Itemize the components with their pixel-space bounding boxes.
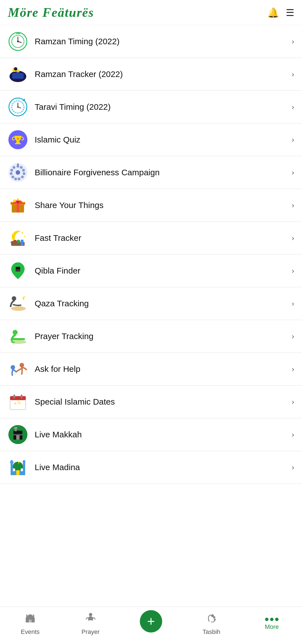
fast-tracker-label: Fast Tracker	[35, 233, 292, 243]
ramzan-timing-arrow: ›	[292, 37, 294, 46]
svg-point-88	[27, 614, 33, 619]
svg-point-12	[20, 68, 21, 69]
menu-item-share-your-things[interactable]: Share Your Things ›	[0, 189, 302, 222]
svg-rect-67	[10, 396, 26, 400]
svg-point-11	[14, 67, 17, 71]
special-islamic-dates-arrow: ›	[292, 398, 294, 406]
svg-rect-7	[12, 73, 23, 79]
billionaire-forgiveness-label: Billionaire Forgiveness Campaign	[35, 168, 292, 177]
svg-point-20	[17, 106, 19, 108]
svg-point-35	[10, 172, 13, 175]
menu-list: Ramzan Timing (2022) › Ramzan Tracker (2…	[0, 25, 302, 606]
svg-point-4	[17, 41, 19, 42]
svg-rect-69	[21, 395, 22, 398]
prayer-label: Prayer	[82, 628, 100, 636]
svg-point-14	[19, 67, 20, 68]
add-button[interactable]: +	[140, 610, 162, 633]
live-makkah-arrow: ›	[292, 430, 294, 439]
events-icon	[25, 612, 36, 626]
menu-item-fast-tracker[interactable]: Fast Tracker ›	[0, 222, 302, 255]
menu-item-ask-for-help[interactable]: Ask for Help ›	[0, 353, 302, 386]
islamic-quiz-arrow: ›	[292, 136, 294, 144]
svg-point-51	[24, 236, 25, 237]
islamic-quiz-icon	[8, 130, 28, 150]
ask-for-help-label: Ask for Help	[35, 364, 292, 374]
svg-rect-74	[16, 435, 20, 440]
svg-point-29	[22, 169, 25, 172]
taravi-timing-icon	[8, 97, 28, 117]
header: Möre Feäturës 🔔 ☰	[0, 0, 302, 25]
svg-rect-58	[15, 270, 21, 270]
more-label: More	[265, 623, 279, 631]
svg-rect-82	[23, 462, 25, 475]
nav-item-prayer[interactable]: Prayer	[60, 612, 121, 636]
svg-rect-79	[11, 462, 13, 475]
svg-point-60	[11, 306, 26, 311]
qaza-tracking-label: Qaza Tracking	[35, 299, 292, 308]
nav-item-more[interactable]: More	[242, 618, 302, 631]
svg-point-38	[16, 170, 20, 175]
share-your-things-arrow: ›	[292, 201, 294, 210]
menu-item-islamic-quiz[interactable]: Islamic Quiz ›	[0, 123, 302, 156]
menu-item-taravi-timing[interactable]: Taravi Timing (2022) ›	[0, 91, 302, 123]
svg-point-33	[14, 178, 17, 180]
menu-item-qibla-finder[interactable]: Qibla Finder ›	[0, 255, 302, 287]
svg-rect-85	[13, 468, 15, 471]
nav-item-tasbih[interactable]: Tasbih	[181, 612, 242, 636]
svg-rect-23	[16, 141, 20, 143]
menu-item-ramzan-timing[interactable]: Ramzan Timing (2022) ›	[0, 25, 302, 58]
header-icons: 🔔 ☰	[267, 7, 294, 18]
billionaire-forgiveness-icon	[8, 162, 28, 183]
svg-rect-84	[16, 470, 20, 475]
special-islamic-dates-label: Special Islamic Dates	[35, 397, 292, 407]
qibla-finder-label: Qibla Finder	[35, 266, 292, 276]
app-title: Möre Feäturës	[8, 5, 94, 20]
svg-point-36	[10, 169, 13, 172]
svg-point-30	[23, 172, 25, 175]
ramzan-timing-icon	[8, 31, 28, 52]
svg-point-28	[20, 166, 23, 169]
svg-rect-24	[15, 143, 21, 144]
svg-rect-68	[13, 395, 15, 398]
menu-item-prayer-tracking[interactable]: Prayer Tracking ›	[0, 320, 302, 353]
svg-point-81	[10, 460, 13, 463]
qibla-finder-icon	[8, 261, 28, 281]
svg-point-37	[13, 166, 15, 169]
svg-point-13	[23, 70, 23, 71]
islamic-quiz-label: Islamic Quiz	[35, 135, 292, 144]
svg-point-34	[11, 176, 14, 178]
svg-rect-91	[29, 620, 32, 622]
billionaire-forgiveness-arrow: ›	[292, 168, 294, 177]
prayer-icon	[85, 612, 96, 626]
fast-tracker-arrow: ›	[292, 234, 294, 242]
live-makkah-label: Live Makkah	[35, 430, 292, 439]
live-madina-icon	[8, 457, 28, 477]
menu-item-special-islamic-dates[interactable]: Special Islamic Dates ›	[0, 386, 302, 418]
menu-item-billionaire-forgiveness[interactable]: Billionaire Forgiveness Campaign ›	[0, 156, 302, 189]
hamburger-menu-icon[interactable]: ☰	[286, 7, 294, 18]
ramzan-timing-label: Ramzan Timing (2022)	[35, 37, 292, 46]
nav-item-add[interactable]: +	[121, 616, 181, 633]
svg-rect-57	[16, 267, 20, 271]
ramzan-tracker-label: Ramzan Tracker (2022)	[35, 69, 292, 79]
svg-point-63	[11, 340, 26, 344]
ask-for-help-arrow: ›	[292, 365, 294, 374]
nav-item-events[interactable]: Events	[0, 612, 60, 636]
notification-icon[interactable]: 🔔	[267, 7, 279, 18]
qaza-tracking-arrow: ›	[292, 299, 294, 308]
live-makkah-icon	[8, 424, 28, 445]
prayer-tracking-arrow: ›	[292, 332, 294, 341]
menu-item-ramzan-tracker[interactable]: Ramzan Tracker (2022) ›	[0, 58, 302, 91]
taravi-timing-arrow: ›	[292, 103, 294, 111]
menu-item-live-madina[interactable]: Live Madina ›	[0, 451, 302, 484]
events-label: Events	[21, 628, 39, 636]
bottom-navigation: Events Prayer +	[0, 606, 302, 644]
svg-point-48	[13, 199, 16, 202]
menu-item-live-makkah[interactable]: Live Makkah ›	[0, 418, 302, 451]
more-icon	[265, 618, 279, 621]
live-madina-arrow: ›	[292, 463, 294, 472]
menu-item-qaza-tracking[interactable]: Qaza Tracking ›	[0, 287, 302, 320]
svg-point-95	[214, 619, 216, 621]
svg-point-92	[89, 613, 92, 616]
svg-rect-89	[26, 615, 27, 622]
